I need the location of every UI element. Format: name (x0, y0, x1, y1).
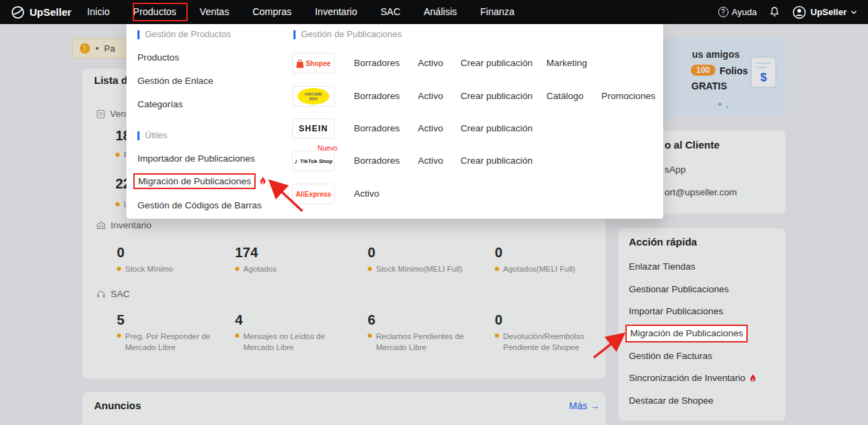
meli-catalogo-link[interactable]: Catálogo (546, 86, 583, 107)
help-button[interactable]: ? Ayuda (718, 7, 757, 17)
question-circle-icon: ? (718, 7, 728, 17)
meli-promociones-link[interactable]: Promociones (601, 86, 656, 107)
stat-value[interactable]: 6 (368, 312, 375, 328)
qa-enlazar-tiendas[interactable]: Enlazar Tiendas (629, 261, 695, 273)
menu-item-gestion-de-codigos-de-barras[interactable]: Gestión de Códigos de Barras (137, 199, 262, 212)
shein-logo[interactable]: SHEIN (292, 118, 335, 139)
nav-item-finanza[interactable]: Finanza (469, 0, 526, 24)
banner-text: Pa (104, 43, 115, 54)
orange-dot (368, 267, 372, 271)
sac-section-header: SAC (96, 289, 130, 299)
shein-borradores-link[interactable]: Borradores (354, 118, 400, 139)
brand-name: UpSeller (30, 6, 71, 18)
flame-icon (748, 373, 757, 384)
support-email[interactable]: ort@upseller.com (665, 187, 737, 197)
orange-dot (368, 334, 372, 338)
nav-item-sac[interactable]: SAC (369, 0, 412, 24)
qa-sincronizacion-inventario[interactable]: Sincronización de Inventario (629, 372, 757, 384)
aliexpress-activo-link[interactable]: Activo (354, 184, 379, 204)
qa-gestionar-publicaciones[interactable]: Gestionar Publicaciones (629, 283, 729, 296)
menu-item-migracion-de-publicaciones[interactable]: Migración de Publicaciones (133, 173, 256, 189)
stat-label: Mensajes no Leídos de Mercado Libre (235, 331, 345, 353)
menu-item-importador-de-publicaciones[interactable]: Importador de Publicaciones (137, 153, 255, 165)
blue-bar (293, 30, 296, 39)
shein-activo-link[interactable]: Activo (418, 118, 443, 139)
svg-text:$: $ (760, 71, 767, 84)
upseller-brand[interactable]: UpSeller (11, 6, 71, 19)
nav-item-ventas[interactable]: Ventas (188, 0, 241, 24)
stat-value[interactable]: 4 (235, 312, 243, 328)
document-dollar-icon: $ (750, 56, 777, 89)
nav-item-inventario[interactable]: Inventario (303, 0, 368, 24)
shopee-activo-link[interactable]: Activo (418, 53, 443, 74)
blue-bar (137, 30, 140, 39)
tiktok-borradores-link[interactable]: Borradores (354, 151, 400, 171)
dropdown-right-column: Gestión de Publicaciones Shopee Borrador… (292, 24, 663, 219)
orange-dot (117, 267, 121, 271)
receipt-icon (96, 109, 105, 119)
orange-dot (115, 153, 120, 157)
quick-actions-title: Acción rápida (629, 236, 697, 248)
shopee-logo[interactable]: Shopee (292, 53, 335, 74)
menu-item-gestion-de-enlace[interactable]: Gestión de Enlace (137, 75, 213, 87)
section-utiles: Útiles (137, 129, 168, 142)
orange-dot (117, 334, 121, 338)
section-gestion-de-publicaciones: Gestión de Publicaciones (293, 28, 402, 41)
nav-item-analisis[interactable]: Análisis (412, 0, 469, 24)
shopee-borradores-link[interactable]: Borradores (354, 53, 400, 74)
annotation-box-nav-productos (133, 3, 188, 21)
qa-destacar-de-shopee[interactable]: Destacar de Shopee (629, 395, 713, 407)
tiktok-shop-logo[interactable]: ♪ TikTok Shop Nuevo (292, 151, 335, 171)
top-navbar: UpSeller Inicio Productos Ventas Compras… (0, 0, 868, 24)
promo-deco-dot (718, 102, 722, 106)
annotation-arrow-menu (267, 178, 308, 217)
music-note-icon: ♪ (294, 157, 298, 165)
stat-value[interactable]: 0 (117, 245, 124, 261)
stat-label: Agotados (235, 264, 277, 274)
orange-dot (115, 202, 120, 206)
promo-folios: Folios (720, 65, 748, 76)
orange-dot (235, 267, 239, 271)
shopee-crear-publicacion-link[interactable]: Crear publicación (460, 53, 533, 74)
stat-value[interactable]: 5 (117, 312, 124, 328)
warehouse-icon (96, 221, 106, 230)
shopee-marketing-link[interactable]: Marketing (546, 53, 587, 74)
stat-label: Reclamos Pendientes de Mercado Libre (368, 331, 478, 353)
customer-card-title: o al Cliente (665, 139, 720, 151)
publication-row-shopee: Shopee Borradores Activo Crear publicaci… (292, 53, 663, 74)
stat-label: Preg. Por Responder de Mercado Libre (117, 331, 227, 353)
stat-value[interactable]: 174 (235, 245, 258, 261)
meli-borradores-link[interactable]: Borradores (354, 86, 400, 107)
stat-value[interactable]: 0 (368, 245, 375, 261)
stat-value[interactable]: 0 (495, 312, 502, 328)
whatsapp-line[interactable]: sApp (665, 164, 686, 175)
user-menu[interactable]: UpSeller (792, 6, 857, 19)
qa-importar-publicaciones[interactable]: Importar Publicaciones (629, 305, 723, 318)
tiktok-activo-link[interactable]: Activo (418, 151, 443, 171)
upseller-dashboard: ! • Pa us amigos 100 Folios GRATIS $ Lis… (0, 0, 868, 425)
banner-bullet: • (96, 43, 99, 54)
stat-value[interactable]: 0 (495, 245, 502, 261)
mercadolibre-logo[interactable]: mercado libre (292, 86, 335, 107)
anuncios-more-link[interactable]: Más → (569, 400, 599, 411)
productos-dropdown-panel: Gestión de Productos Productos Gestión d… (126, 24, 663, 219)
bell-icon[interactable] (769, 6, 780, 18)
menu-item-categorias[interactable]: Categorías (137, 98, 183, 111)
qa-gestion-de-facturas[interactable]: Gestión de Facturas (629, 350, 713, 362)
publication-row-mercadolibre: mercado libre Borradores Activo Crear pu… (292, 86, 663, 107)
stat-label: Agotados(MELI Full) (495, 264, 575, 274)
shein-crear-publicacion-link[interactable]: Crear publicación (460, 118, 533, 139)
nav-item-inicio[interactable]: Inicio (76, 0, 122, 24)
meli-activo-link[interactable]: Activo (418, 86, 443, 107)
stat-label: Stock Mínimo(MELI Full) (368, 264, 463, 274)
headset-icon (96, 290, 106, 298)
meli-crear-publicacion-link[interactable]: Crear publicación (460, 86, 533, 107)
publication-row-shein: SHEIN Borradores Activo Crear publicació… (292, 118, 663, 139)
publication-row-tiktok: ♪ TikTok Shop Nuevo Borradores Activo Cr… (292, 151, 663, 171)
tiktok-crear-publicacion-link[interactable]: Crear publicación (460, 151, 533, 171)
qa-migracion-de-publicaciones[interactable]: Migración de Publicaciones (625, 325, 748, 342)
nav-right-tools: ? Ayuda UpSeller (718, 6, 857, 19)
avatar-icon (792, 6, 806, 19)
nav-item-compras[interactable]: Compras (241, 0, 303, 24)
menu-item-productos[interactable]: Productos (137, 52, 179, 64)
